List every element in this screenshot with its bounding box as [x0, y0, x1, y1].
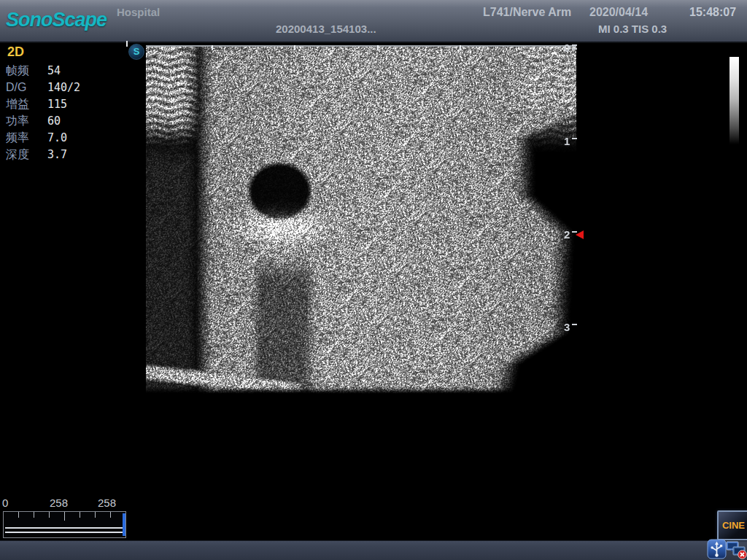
- cine-button[interactable]: CINE: [717, 510, 747, 540]
- depth-mark-3: 3: [564, 321, 577, 333]
- grayscale-bar: [729, 57, 739, 144]
- curve-line: [5, 527, 123, 533]
- gray-curve-box: [3, 511, 126, 538]
- depth-tick: [572, 44, 577, 46]
- curve-tick: [110, 512, 111, 518]
- curve-value-2: 258: [98, 497, 116, 509]
- parameter-panel: 帧频54 D/G140/2 增益115 功率60 频率7.0 深度3.7: [6, 62, 80, 163]
- param-row-framerate: 帧频54: [6, 62, 80, 79]
- curve-tick: [49, 512, 50, 518]
- depth-tick: [572, 324, 577, 325]
- param-row-dg: D/G140/2: [6, 79, 80, 96]
- curve-tick: [18, 512, 19, 518]
- exam-id-label: 20200413_154103...: [276, 23, 376, 35]
- usb-icon: [707, 539, 727, 559]
- sonoscape-logo: SonoScape: [6, 9, 107, 31]
- curve-cursor[interactable]: [123, 513, 125, 536]
- curve-value-1: 258: [50, 497, 68, 509]
- bottom-status-bar: [0, 540, 747, 560]
- probe-preset-label: L741/Nerve Arm: [483, 6, 571, 19]
- probe-edge-tick: [126, 41, 128, 47]
- ultrasound-image: [146, 45, 576, 394]
- curve-tick: [64, 512, 65, 521]
- param-row-gain: 增益115: [6, 96, 80, 112]
- time-label: 15:48:07: [689, 6, 736, 19]
- mi-tis-label: MI 0.3 TIS 0.3: [598, 23, 667, 35]
- curve-tick: [95, 512, 96, 518]
- param-row-frequency: 频率7.0: [6, 129, 80, 146]
- param-row-depth: 深度3.7: [6, 146, 80, 163]
- depth-mark-1: 1: [564, 135, 577, 147]
- hospital-name: Hospital: [117, 6, 160, 18]
- orientation-marker-icon: S: [128, 44, 144, 60]
- date-label: 2020/04/14: [589, 6, 648, 19]
- ultrasound-screen: SonoScape Hospital L741/Nerve Arm 2020/0…: [0, 0, 747, 560]
- curve-tick: [80, 512, 80, 518]
- mode-label-2d: 2D: [7, 44, 24, 60]
- focus-marker-icon[interactable]: [576, 230, 584, 239]
- curve-tick: [34, 512, 34, 518]
- curve-value-0: 0: [2, 497, 8, 509]
- depth-tick: [572, 138, 577, 139]
- param-row-power: 功率60: [6, 112, 80, 129]
- top-status-bar: SonoScape Hospital L741/Nerve Arm 2020/0…: [0, 0, 747, 43]
- network-disconnected-icon: [726, 540, 747, 559]
- depth-mark-0: 0: [564, 42, 577, 54]
